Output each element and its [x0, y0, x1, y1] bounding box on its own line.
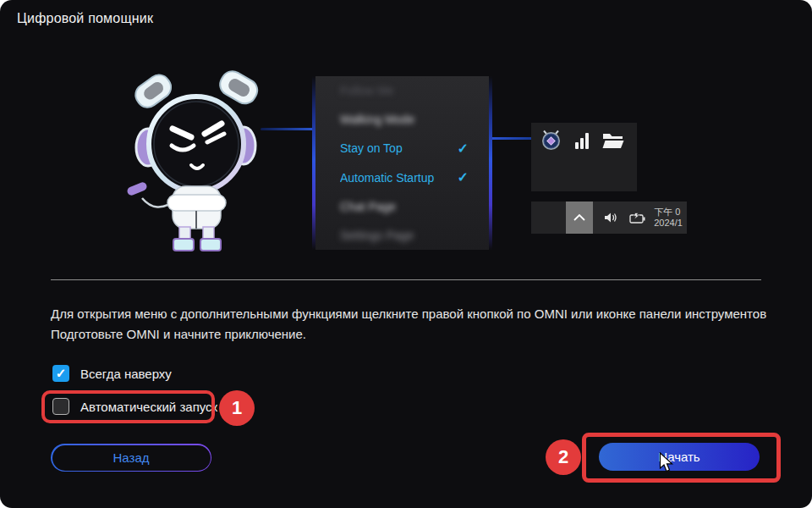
menu-item-stay-on-top: Stay on Top ✓: [315, 134, 489, 163]
omni-mascot: [125, 69, 267, 254]
back-button[interactable]: Назад: [51, 444, 211, 472]
mouse-cursor: [659, 452, 674, 473]
menu-item-walking-mode: Walking Mode: [315, 105, 489, 134]
always-on-top-row[interactable]: ✓ Всегда наверху: [52, 365, 172, 382]
annotation-badge-1: 1: [219, 390, 255, 426]
always-on-top-label: Всегда наверху: [80, 367, 172, 381]
taskbar-spacer: [531, 202, 566, 234]
always-on-top-checkbox[interactable]: ✓: [52, 365, 69, 382]
context-menu-mockup: Follow Me Walking Mode Stay on Top ✓ Aut…: [315, 76, 489, 250]
menu-item-follow-me: Follow Me: [315, 76, 489, 105]
menu-item-settings-page: Settings Page: [315, 221, 489, 250]
speaker-icon: [604, 212, 618, 224]
annotation-badge-2: 2: [546, 439, 581, 475]
chevron-up-icon: [566, 202, 593, 234]
annotation-rect-1: [41, 390, 215, 423]
connector-line-left: [261, 128, 316, 130]
setup-wizard-window: Цифровой помощник: [0, 0, 812, 508]
divider: [51, 279, 761, 280]
menu-item-chat-page: Chat Page: [315, 192, 489, 221]
instructions-text: Для открытия меню с дополнительными функ…: [51, 304, 778, 345]
taskbar-clock: 下午 0 2024/1: [654, 207, 687, 229]
menu-item-automatic-startup: Automatic Startup ✓: [315, 163, 489, 192]
folder-icon: [602, 131, 624, 150]
page-title: Цифровой помощник: [17, 11, 153, 26]
instructions-line-2: Подготовьте OMNI и начните приключение.: [51, 324, 778, 345]
check-icon: ✓: [458, 169, 469, 185]
instructions-line-1: Для открытия меню с дополнительными функ…: [51, 304, 778, 324]
signal-bars-icon: [575, 132, 589, 149]
start-button[interactable]: Начать: [599, 443, 760, 471]
battery-icon: [629, 213, 645, 224]
back-button-label: Назад: [52, 445, 211, 471]
connector-line-right: [488, 137, 532, 140]
tray-flyout-mockup: [531, 123, 637, 191]
omni-avatar-icon: [540, 130, 562, 151]
taskbar-mockup: 下午 0 2024/1: [531, 202, 687, 234]
check-icon: ✓: [458, 141, 469, 157]
